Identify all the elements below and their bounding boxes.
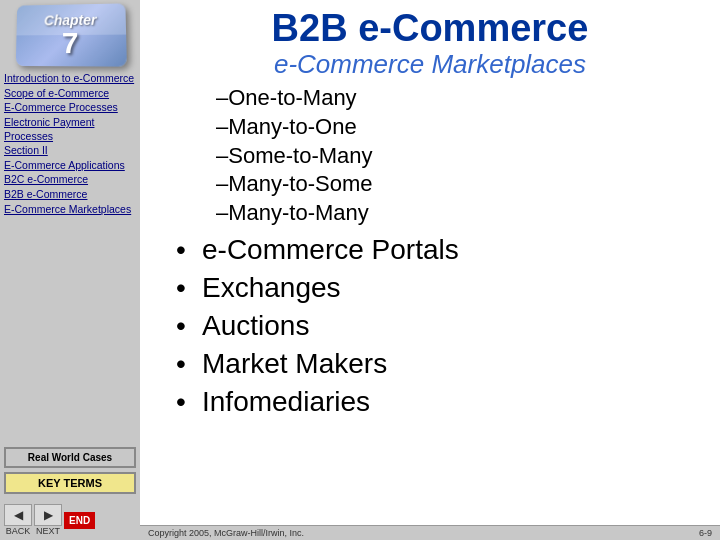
footer-copyright: Copyright 2005, McGraw-Hill/Irwin, Inc. bbox=[148, 528, 304, 538]
back-label: BACK bbox=[6, 526, 31, 536]
bullet-dot-3: • bbox=[176, 345, 194, 383]
bullet-item-3: • Market Makers bbox=[176, 345, 704, 383]
real-world-button[interactable]: Real World Cases bbox=[4, 447, 136, 468]
end-button[interactable]: END bbox=[64, 512, 95, 529]
sidebar-item-b2b[interactable]: B2B e-Commerce bbox=[4, 188, 136, 202]
bullet-item-1: • Exchanges bbox=[176, 269, 704, 307]
content-body: –One-to-Many –Many-to-One –Some-to-Many … bbox=[156, 80, 704, 521]
sidebar-item-intro[interactable]: Introduction to e-Commerce bbox=[4, 72, 136, 86]
sidebar-item-b2c[interactable]: B2C e-Commerce bbox=[4, 173, 136, 187]
bullet-text-3: Market Makers bbox=[202, 345, 387, 383]
indent-item-2: –Some-to-Many bbox=[216, 142, 704, 171]
indent-item-0: –One-to-Many bbox=[216, 84, 704, 113]
bullet-text-1: Exchanges bbox=[202, 269, 341, 307]
footer-bar: Copyright 2005, McGraw-Hill/Irwin, Inc. … bbox=[140, 525, 720, 540]
indent-item-3: –Many-to-Some bbox=[216, 170, 704, 199]
indent-item-1: –Many-to-One bbox=[216, 113, 704, 142]
sidebar: Chapter 7 Introduction to e-Commerce Sco… bbox=[0, 0, 140, 540]
sidebar-item-electronic[interactable]: Electronic Payment Processes bbox=[4, 116, 136, 143]
bullet-item-4: • Infomediaries bbox=[176, 383, 704, 421]
indent-list: –One-to-Many –Many-to-One –Some-to-Many … bbox=[216, 84, 704, 227]
sidebar-item-section2[interactable]: Section II bbox=[4, 144, 136, 158]
back-button[interactable]: ◀ bbox=[4, 504, 32, 526]
chapter-badge: Chapter 7 bbox=[16, 3, 127, 66]
chapter-number: 7 bbox=[62, 28, 79, 58]
bullet-item-2: • Auctions bbox=[176, 307, 704, 345]
bullet-dot-2: • bbox=[176, 307, 194, 345]
next-label: NEXT bbox=[36, 526, 60, 536]
footer-page: 6-9 bbox=[699, 528, 712, 538]
nav-links: Introduction to e-Commerce Scope of e-Co… bbox=[4, 72, 136, 437]
indent-item-4: –Many-to-Many bbox=[216, 199, 704, 228]
bullet-dot-4: • bbox=[176, 383, 194, 421]
bullet-dot-0: • bbox=[176, 231, 194, 269]
key-terms-button[interactable]: KEY TERMS bbox=[4, 472, 136, 494]
sidebar-item-applications[interactable]: E-Commerce Applications bbox=[4, 159, 136, 173]
sidebar-item-marketplaces[interactable]: E-Commerce Marketplaces bbox=[4, 203, 136, 217]
title-main: B2B e-Commerce bbox=[156, 8, 704, 50]
bullet-text-4: Infomediaries bbox=[202, 383, 370, 421]
title-sub: e-Commerce Marketplaces bbox=[156, 50, 704, 79]
slide-title: B2B e-Commerce e-Commerce Marketplaces bbox=[156, 8, 704, 78]
bullet-text-2: Auctions bbox=[202, 307, 309, 345]
sidebar-item-ecommerce[interactable]: E-Commerce Processes bbox=[4, 101, 136, 115]
bullet-item-0: • e-Commerce Portals bbox=[176, 231, 704, 269]
content-area: B2B e-Commerce e-Commerce Marketplaces –… bbox=[140, 0, 720, 525]
bullet-dot-1: • bbox=[176, 269, 194, 307]
sidebar-item-scope[interactable]: Scope of e-Commerce bbox=[4, 87, 136, 101]
nav-bottom: ◀ BACK ▶ NEXT END bbox=[4, 504, 136, 536]
bullet-text-0: e-Commerce Portals bbox=[202, 231, 459, 269]
bullet-list: • e-Commerce Portals • Exchanges • Aucti… bbox=[176, 231, 704, 420]
next-button[interactable]: ▶ bbox=[34, 504, 62, 526]
